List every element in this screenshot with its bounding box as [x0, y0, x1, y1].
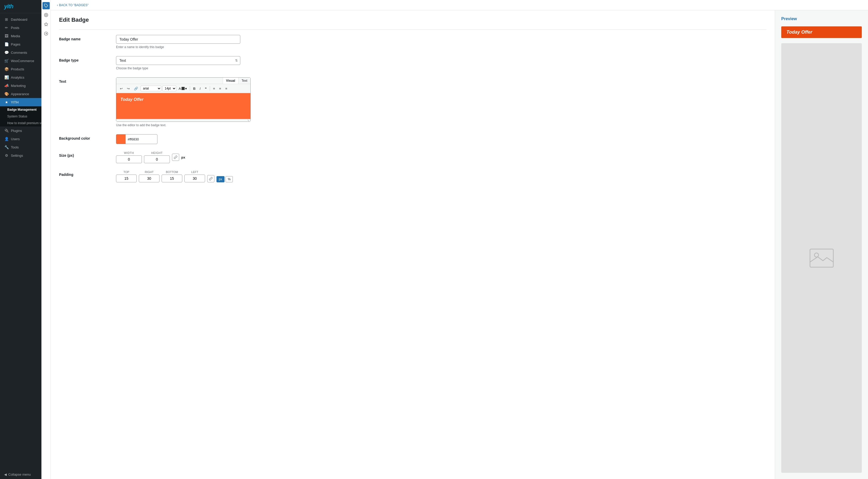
size-height-col: HEIGHT	[144, 151, 170, 163]
align-center-button[interactable]: ≡	[218, 86, 223, 91]
main-area: ‹ BACK TO "BADGES" Edit Badge Badge name…	[51, 0, 868, 479]
resize-handle-icon: ⤡	[247, 119, 249, 122]
sidebar-item-yith[interactable]: ★ YITH	[0, 98, 41, 106]
logo-area: yith	[0, 0, 41, 13]
link-padding-button[interactable]	[207, 175, 214, 182]
sidebar-item-media[interactable]: 🖼 Media	[0, 32, 41, 40]
woocommerce-icon: 🛒	[4, 59, 9, 63]
padding-section: Padding TOP RIGHT BOTTOM	[59, 170, 767, 182]
color-chevron-icon: ▾	[185, 87, 187, 91]
sidebar-label-settings: Settings	[11, 153, 23, 158]
undo-button[interactable]: ↩	[118, 86, 124, 91]
tab-visual[interactable]: Visual	[223, 78, 238, 84]
sidebar-item-products[interactable]: 📦 Products	[0, 65, 41, 73]
submenu-label-system-status: System Status	[7, 114, 27, 118]
badge-type-label: Badge type	[59, 56, 116, 62]
sidebar-item-dashboard[interactable]: ⊞ Dashboard	[0, 15, 41, 24]
bottom-label: BOTTOM	[166, 170, 178, 174]
height-input[interactable]	[144, 156, 170, 163]
italic-button[interactable]: I	[198, 86, 202, 91]
sidebar-item-posts[interactable]: ✏ Posts	[0, 24, 41, 32]
strip-sparkle-button[interactable]	[42, 21, 50, 28]
icon-strip	[41, 0, 51, 479]
sidebar-item-woocommerce[interactable]: 🛒 WooCommerce	[0, 57, 41, 65]
sidebar-item-pages[interactable]: 📄 Pages	[0, 40, 41, 48]
color-swatch[interactable]	[116, 135, 126, 144]
submenu-label-how-to-install: How to install premium version	[7, 121, 41, 125]
submenu-system-status[interactable]: System Status	[0, 113, 41, 120]
size-select[interactable]: 14pt 12pt 16pt 18pt	[162, 85, 176, 91]
sidebar-label-posts: Posts	[11, 26, 20, 30]
redo-button[interactable]: ↪	[125, 86, 131, 91]
image-placeholder-icon	[809, 248, 835, 269]
sidebar-item-tools[interactable]: 🔧 Tools	[0, 143, 41, 151]
appearance-icon: 🎨	[4, 92, 9, 96]
padding-field: TOP RIGHT BOTTOM LEFT	[116, 170, 767, 182]
editor-content-area[interactable]: Today Offer	[116, 93, 250, 119]
strip-tag-button[interactable]	[42, 2, 50, 9]
page-title: Edit Badge	[59, 16, 767, 23]
badge-name-input[interactable]	[116, 35, 240, 44]
yith-submenu: Badge Management System Status How to in…	[0, 106, 41, 127]
strip-gear-button[interactable]	[42, 11, 50, 19]
color-value-input[interactable]	[126, 137, 157, 141]
sidebar-item-marketing[interactable]: 📣 Marketing	[0, 81, 41, 90]
unit-pct-button[interactable]: %	[225, 176, 233, 182]
submenu-how-to-install[interactable]: How to install premium version	[0, 120, 41, 127]
sidebar-item-users[interactable]: 👤 Users	[0, 135, 41, 143]
text-color-button[interactable]: A ▾	[177, 86, 188, 91]
sidebar-label-appearance: Appearance	[11, 92, 29, 96]
toolbar-divider2	[210, 86, 210, 91]
size-label: Size (px)	[59, 151, 116, 158]
preview-badge: Today Offer	[781, 26, 862, 38]
yith-nav-icon: ★	[4, 100, 9, 104]
sidebar-label-marketing: Marketing	[11, 84, 26, 88]
pad-right-input[interactable]	[139, 175, 159, 182]
back-to-badges-link[interactable]: ‹ BACK TO "BADGES"	[57, 3, 89, 7]
editor-toolbar: ↩ ↪ 🔗 arial Georgia Helvetica 14pt 12pt	[116, 84, 250, 93]
sidebar-label-plugins: Plugins	[11, 129, 22, 133]
pad-bottom-input[interactable]	[162, 175, 182, 182]
width-input[interactable]	[116, 156, 142, 163]
pad-left-input[interactable]	[184, 175, 205, 182]
submenu-badge-management[interactable]: Badge Management	[0, 106, 41, 113]
sidebar-label-tools: Tools	[11, 145, 19, 149]
strip-arrow-button[interactable]	[42, 30, 50, 37]
unit-buttons: px %	[216, 176, 233, 182]
padding-label: Padding	[59, 170, 116, 177]
align-left-button[interactable]: ≡	[212, 86, 217, 91]
collapse-arrow-icon: ◀	[4, 473, 7, 476]
sidebar-item-appearance[interactable]: 🎨 Appearance	[0, 90, 41, 98]
sidebar-item-plugins[interactable]: 🔌 Plugins	[0, 127, 41, 135]
font-select[interactable]: arial Georgia Helvetica	[141, 85, 161, 91]
tab-text[interactable]: Text	[238, 78, 250, 84]
link-button[interactable]: 🔗	[132, 86, 140, 91]
quote-button[interactable]: ❝	[203, 86, 208, 91]
collapse-menu-button[interactable]: ◀ Collapse menu	[0, 470, 41, 479]
size-unit-label: px	[181, 156, 185, 159]
sidebar: yith ⊞ Dashboard ✏ Posts 🖼 Media 📄 Pages…	[0, 0, 41, 479]
sidebar-label-woocommerce: WooCommerce	[11, 59, 34, 63]
products-icon: 📦	[4, 67, 9, 71]
sidebar-item-comments[interactable]: 💬 Comments	[0, 48, 41, 57]
size-inputs: WIDTH HEIGHT px	[116, 151, 767, 163]
sidebar-item-settings[interactable]: ⚙ Settings	[0, 151, 41, 160]
badge-type-hint: Choose the badge type	[116, 66, 767, 70]
bg-color-label: Background color	[59, 134, 116, 140]
pad-top-input[interactable]	[116, 175, 137, 182]
pad-top-col: TOP	[116, 170, 137, 182]
link-dimensions-button[interactable]	[172, 153, 179, 161]
pages-icon: 📄	[4, 42, 9, 46]
unit-px-button[interactable]: px	[216, 176, 224, 182]
sidebar-label-dashboard: Dashboard	[11, 18, 27, 22]
size-width-col: WIDTH	[116, 151, 142, 163]
badge-type-select[interactable]: Text Image Custom	[116, 56, 240, 65]
size-field: WIDTH HEIGHT px	[116, 151, 767, 163]
submenu-label-badge-management: Badge Management	[7, 108, 36, 111]
align-right-button[interactable]: ≡	[224, 86, 229, 91]
collapse-menu-label: Collapse menu	[8, 473, 31, 476]
settings-icon: ⚙	[4, 153, 9, 158]
sidebar-label-analytics: Analytics	[11, 75, 24, 79]
sidebar-item-analytics[interactable]: 📊 Analytics	[0, 73, 41, 81]
bold-button[interactable]: B	[192, 86, 197, 91]
